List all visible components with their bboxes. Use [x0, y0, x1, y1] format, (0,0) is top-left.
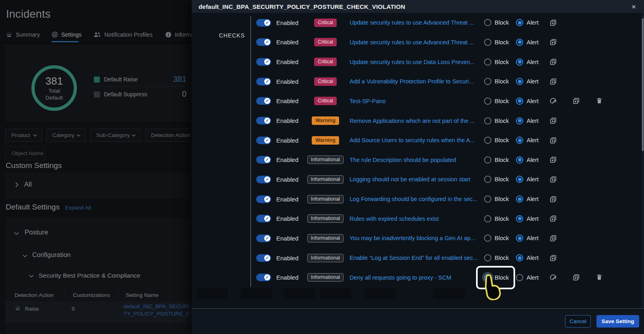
copy-icon[interactable]: [542, 58, 565, 66]
alert-radio-label[interactable]: Alert: [526, 137, 538, 143]
check-name-link[interactable]: Deny all requests going to proxy - SCM: [350, 274, 481, 281]
block-radio[interactable]: [484, 98, 491, 105]
copy-icon[interactable]: [542, 137, 565, 144]
check-name-link[interactable]: Rules with expired schedules exist: [350, 216, 481, 222]
block-radio-label[interactable]: Block: [495, 216, 509, 222]
enabled-toggle[interactable]: ✓: [256, 78, 271, 85]
close-icon[interactable]: ×: [632, 3, 636, 10]
alert-radio-label[interactable]: Alert: [526, 274, 538, 281]
copy-icon[interactable]: [542, 78, 565, 85]
alert-radio-label[interactable]: Alert: [526, 235, 538, 241]
enabled-toggle[interactable]: ✓: [256, 195, 271, 203]
block-radio[interactable]: [484, 117, 491, 124]
copy-icon[interactable]: [542, 156, 565, 164]
alert-radio-label[interactable]: Alert: [526, 157, 538, 163]
check-name-link[interactable]: Update security rules to use Advanced Th…: [350, 39, 481, 46]
block-radio-label[interactable]: Block: [495, 137, 509, 143]
alert-radio[interactable]: [516, 215, 523, 222]
alert-radio[interactable]: [516, 274, 523, 281]
block-radio[interactable]: [484, 195, 491, 203]
copy-icon[interactable]: [542, 19, 565, 27]
alert-radio[interactable]: [516, 254, 523, 261]
enabled-toggle[interactable]: ✓: [256, 234, 271, 242]
check-name-link[interactable]: Add Source Users to security rules when …: [350, 137, 481, 143]
check-name-link[interactable]: You may be inadvertently blocking a Gen …: [350, 235, 481, 241]
block-radio-label[interactable]: Block: [495, 255, 509, 261]
alert-radio[interactable]: [516, 156, 523, 164]
check-name-link[interactable]: Remove Applications which are not part o…: [350, 118, 481, 124]
alert-radio-label[interactable]: Alert: [526, 59, 538, 65]
alert-radio[interactable]: [516, 78, 523, 85]
check-name-link[interactable]: Log Forwarding should be configured in t…: [350, 196, 481, 202]
block-radio[interactable]: [484, 137, 491, 144]
alert-radio-label[interactable]: Alert: [526, 19, 538, 26]
copy-icon[interactable]: [542, 176, 565, 183]
block-radio-label[interactable]: Block: [495, 196, 509, 202]
enabled-toggle[interactable]: ✓: [256, 254, 271, 262]
alert-radio[interactable]: [516, 234, 523, 242]
enabled-toggle[interactable]: ✓: [256, 137, 271, 144]
enabled-toggle[interactable]: ✓: [256, 156, 271, 164]
enabled-toggle[interactable]: ✓: [256, 58, 271, 66]
block-radio[interactable]: [484, 215, 491, 222]
check-name-link[interactable]: Update security rules to use Advanced Th…: [350, 19, 481, 26]
block-radio-label[interactable]: Block: [495, 78, 509, 85]
delete-icon[interactable]: [588, 97, 611, 105]
alert-radio[interactable]: [516, 98, 523, 105]
block-radio-label[interactable]: Block: [495, 176, 509, 183]
enabled-toggle[interactable]: ✓: [256, 215, 271, 222]
block-radio[interactable]: [484, 39, 491, 46]
block-radio-label[interactable]: Block: [495, 235, 509, 241]
copy-icon[interactable]: [565, 274, 588, 281]
alert-radio[interactable]: [516, 19, 523, 26]
alert-radio-label[interactable]: Alert: [526, 176, 538, 183]
copy-icon[interactable]: [565, 97, 588, 105]
block-radio[interactable]: [484, 234, 491, 242]
alert-radio-label[interactable]: Alert: [526, 196, 538, 202]
copy-icon[interactable]: [542, 38, 565, 46]
alert-radio[interactable]: [516, 117, 523, 124]
enabled-toggle[interactable]: ✓: [256, 19, 271, 27]
block-radio-label[interactable]: Block: [495, 59, 509, 65]
edit-icon[interactable]: [542, 274, 565, 281]
check-name-link[interactable]: Logging should not be enabled at session…: [350, 176, 481, 183]
alert-radio[interactable]: [516, 58, 523, 66]
check-name-link[interactable]: Enable “Log at Session End” for all enab…: [350, 255, 481, 261]
edit-icon[interactable]: [542, 97, 565, 105]
save-setting-button[interactable]: Save Setting: [596, 315, 639, 328]
enabled-toggle[interactable]: ✓: [256, 274, 271, 281]
block-radio-label[interactable]: Block: [495, 157, 509, 163]
block-radio[interactable]: [484, 156, 491, 164]
alert-radio[interactable]: [516, 137, 523, 144]
enabled-toggle[interactable]: ✓: [256, 176, 271, 183]
alert-radio-label[interactable]: Alert: [526, 78, 538, 85]
block-radio[interactable]: [484, 254, 491, 261]
check-name-link[interactable]: Update security rules to use Data Loss P…: [350, 59, 481, 65]
block-radio[interactable]: [484, 78, 491, 85]
block-radio[interactable]: [484, 176, 491, 183]
enabled-toggle[interactable]: ✓: [256, 97, 271, 105]
alert-radio[interactable]: [516, 195, 523, 203]
block-radio-label[interactable]: Block: [495, 19, 509, 26]
copy-icon[interactable]: [542, 215, 565, 222]
alert-radio[interactable]: [516, 39, 523, 46]
enabled-toggle[interactable]: ✓: [256, 38, 271, 46]
enabled-toggle[interactable]: ✓: [256, 117, 271, 124]
alert-radio-label[interactable]: Alert: [526, 216, 538, 222]
check-name-link[interactable]: Test-SP-Pano: [350, 98, 481, 104]
check-name-link[interactable]: The rule Description should be populated: [350, 157, 481, 163]
delete-icon[interactable]: [588, 274, 611, 281]
block-radio-label[interactable]: Block: [495, 39, 509, 46]
alert-radio-label[interactable]: Alert: [526, 39, 538, 46]
copy-icon[interactable]: [542, 254, 565, 262]
copy-icon[interactable]: [542, 234, 565, 242]
block-radio[interactable]: [484, 58, 491, 66]
copy-icon[interactable]: [542, 195, 565, 203]
block-radio-label[interactable]: Block: [495, 118, 509, 124]
scrollbar-thumb[interactable]: [642, 18, 644, 151]
check-name-link[interactable]: Add a Vulnerability Protection Profile t…: [350, 78, 481, 85]
block-radio[interactable]: [484, 19, 491, 26]
copy-icon[interactable]: [542, 117, 565, 124]
block-radio-label[interactable]: Block: [495, 98, 509, 104]
alert-radio-label[interactable]: Alert: [526, 118, 538, 124]
